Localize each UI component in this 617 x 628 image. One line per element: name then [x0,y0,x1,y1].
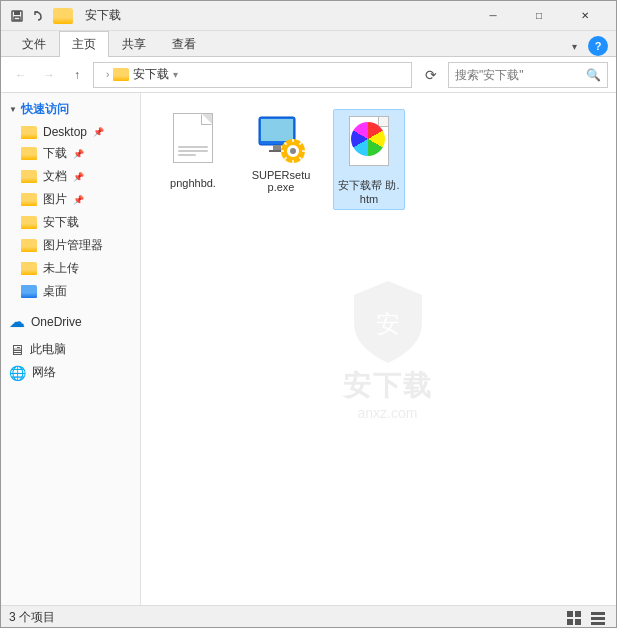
file-item-anxzhelp[interactable]: 安下载帮 助.htm [333,109,405,210]
notuploaded-folder-icon [21,262,37,275]
watermark: 安 安下载 anxz.com [343,277,433,421]
doc-icon-pnghhbd [173,113,213,163]
sidebar: ▼ 快速访问 Desktop 📌 下载 📌 文档 📌 图片 📌 安下载 [1,93,141,605]
sidebar-item-label-downloads: 下载 [43,145,67,162]
thispc-icon: 🖥 [9,341,24,358]
sidebar-item-label-documents: 文档 [43,168,67,185]
address-path[interactable]: › 安下载 ▾ [93,62,412,88]
address-bar: ← → ↑ › 安下载 ▾ ⟳ 🔍 [1,57,616,93]
up-button[interactable]: ↑ [65,63,89,87]
window-title: 安下载 [85,7,470,24]
path-folder-icon [113,68,129,81]
sidebar-item-picturemanager[interactable]: 图片管理器 [1,234,140,257]
view-grid-button[interactable] [564,608,584,628]
file-item-supersetup[interactable]: SUPERsetu p.exe [245,109,317,197]
tab-home[interactable]: 主页 [59,31,109,57]
path-arrow: › [106,69,109,80]
anxz-folder-icon [21,216,37,229]
network-icon: 🌐 [9,365,26,381]
title-save-icon[interactable] [9,8,25,24]
file-label-anxzhelp: 安下载帮 助.htm [338,178,400,205]
sidebar-item-downloads[interactable]: 下载 📌 [1,142,140,165]
watermark-text: 安下载 [343,367,433,405]
forward-button[interactable]: → [37,63,61,87]
network-label: 网络 [32,364,56,381]
sidebar-item-desktop[interactable]: Desktop 📌 [1,122,140,142]
watermark-subtext: anxz.com [358,405,418,421]
svg-rect-5 [261,119,293,141]
title-bar: 安下载 ─ □ ✕ [1,1,616,31]
search-icon[interactable]: 🔍 [586,68,601,82]
svg-rect-2 [14,17,20,20]
status-bar: 3 个项目 [1,605,616,628]
title-undo-icon[interactable] [31,8,47,24]
thispc-label: 此电脑 [30,341,66,358]
documents-pin-icon: 📌 [73,172,84,182]
title-folder-icon [53,8,73,24]
file-label-supersetup: SUPERsetu p.exe [249,169,313,193]
main-layout: ▼ 快速访问 Desktop 📌 下载 📌 文档 📌 图片 📌 安下载 [1,93,616,605]
sidebar-item-label-anxz: 安下载 [43,214,79,231]
sidebar-item-pictures[interactable]: 图片 📌 [1,188,140,211]
title-bar-icons [9,8,77,24]
path-folder-name: 安下载 [133,66,169,83]
pictures-folder-icon [21,193,37,206]
files-grid: pnghhbd. [141,93,616,226]
quickaccess-chevron: ▼ [9,105,17,114]
svg-rect-19 [567,611,573,617]
tab-view[interactable]: 查看 [159,31,209,57]
tab-file[interactable]: 文件 [9,31,59,57]
desktop2-folder-icon [21,285,37,298]
sidebar-item-anxz[interactable]: 安下载 [1,211,140,234]
help-button[interactable]: ? [588,36,608,56]
file-icon-pnghhbd [169,113,217,173]
tab-share[interactable]: 共享 [109,31,159,57]
documents-folder-icon [21,170,37,183]
colorful-circle-icon [351,122,385,156]
desktop-pin-icon: 📌 [93,127,104,137]
refresh-button[interactable]: ⟳ [418,62,444,88]
sidebar-item-label-picturemanager: 图片管理器 [43,237,103,254]
ribbon-expand-area: ▾ ? [564,36,608,56]
status-right [564,608,608,628]
file-label-pnghhbd: pnghhbd. [170,177,216,189]
quickaccess-section[interactable]: ▼ 快速访问 [1,97,140,122]
maximize-button[interactable]: □ [516,1,562,31]
sidebar-item-label-pictures: 图片 [43,191,67,208]
sidebar-thispc[interactable]: 🖥 此电脑 [1,338,140,361]
svg-rect-25 [591,622,605,625]
title-bar-controls: ─ □ ✕ [470,1,608,31]
sidebar-item-desktop2[interactable]: 桌面 [1,280,140,303]
quickaccess-label: 快速访问 [21,101,69,118]
sidebar-item-label-desktop: Desktop [43,125,87,139]
svg-point-10 [290,148,296,154]
path-folder: 安下载 [113,66,169,83]
view-list-button[interactable] [588,608,608,628]
sidebar-item-notuploaded[interactable]: 未上传 [1,257,140,280]
onedrive-icon: ☁ [9,312,25,331]
svg-rect-24 [591,617,605,620]
search-input[interactable] [455,68,582,82]
status-count: 3 个项目 [9,609,55,626]
svg-rect-22 [575,619,581,625]
content-area: 安 安下载 anxz.com pnghhbd. [141,93,616,605]
onedrive-label: OneDrive [31,315,82,329]
downloads-pin-icon: 📌 [73,149,84,159]
ribbon-expand-button[interactable]: ▾ [564,36,584,56]
file-item-pnghhbd[interactable]: pnghhbd. [157,109,229,193]
close-button[interactable]: ✕ [562,1,608,31]
watermark-shield-icon: 安 [348,277,428,367]
sidebar-onedrive[interactable]: ☁ OneDrive [1,309,140,334]
back-button[interactable]: ← [9,63,33,87]
path-dropdown-arrow: ▾ [173,69,178,80]
svg-text:安: 安 [376,310,400,337]
downloads-folder-icon [21,147,37,160]
pictures-pin-icon: 📌 [73,195,84,205]
svg-rect-21 [567,619,573,625]
sidebar-item-documents[interactable]: 文档 📌 [1,165,140,188]
desktop-folder-icon [21,126,37,139]
minimize-button[interactable]: ─ [470,1,516,31]
svg-rect-23 [591,612,605,615]
search-box: 🔍 [448,62,608,88]
sidebar-network[interactable]: 🌐 网络 [1,361,140,384]
